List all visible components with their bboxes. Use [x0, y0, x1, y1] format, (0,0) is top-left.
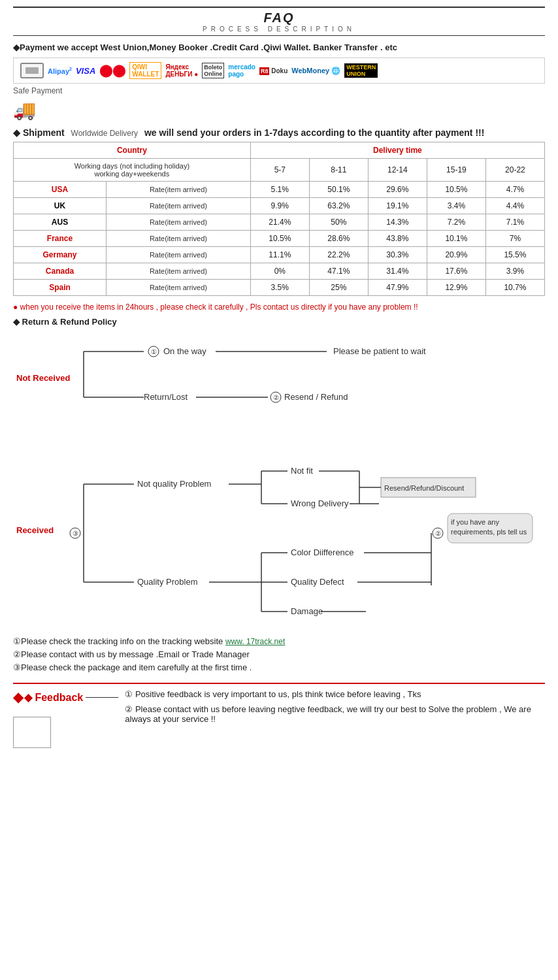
table-row: 7%	[485, 231, 544, 247]
not-received-svg: Not Received ① On the way Please be pati…	[13, 332, 545, 423]
table-row: 10.7%	[485, 280, 544, 296]
table-row: Spain	[14, 280, 107, 296]
feedback-box	[13, 717, 51, 748]
faq-subtitle: PROCESS DESCRIPTION	[13, 25, 545, 33]
svg-text:Not quality Problem: Not quality Problem	[137, 479, 211, 489]
feedback-label: ◆ ◆ Feedback	[13, 689, 118, 705]
safe-payment-label: Safe Payment	[13, 86, 545, 95]
refund-section: ◆ Return & Refund Policy Not Received ① …	[13, 317, 545, 630]
table-row: 9.9%	[250, 198, 309, 214]
not-received-diagram: Not Received ① On the way Please be pati…	[13, 332, 545, 425]
range-12-14: 12-14	[368, 159, 427, 182]
table-row: 63.2%	[309, 198, 368, 214]
payment-logos: Alipay2 VISA ⬤⬤ QIWIWALLET ЯндексДЕНЬГИ …	[13, 57, 545, 84]
table-row: 22.2%	[309, 247, 368, 263]
svg-text:On the way: On the way	[163, 346, 206, 356]
not-received-text: Not Received	[16, 373, 70, 383]
western-union-logo: WESTERNUNION	[344, 63, 378, 78]
svg-text:Quality Problem: Quality Problem	[137, 577, 197, 587]
table-row: 10.5%	[250, 231, 309, 247]
check-notice: ● when you receive the items in 24hours …	[13, 302, 545, 312]
table-row: 11.1%	[250, 247, 309, 263]
doku-logo: R8 Doku	[259, 67, 287, 74]
table-row: Rate(item arrived)	[107, 198, 251, 214]
table-row: 28.6%	[309, 231, 368, 247]
col-delivery: Delivery time	[250, 142, 544, 159]
received-text: Received	[16, 525, 54, 535]
shipment-desc: we will send your orders in 1-7days acco…	[144, 127, 484, 138]
table-row: USA	[14, 182, 107, 198]
svg-text:②: ②	[435, 530, 441, 537]
card-icon	[20, 63, 44, 78]
svg-text:Damage: Damage	[291, 606, 323, 616]
boleto-logo: BoletoOnline	[202, 63, 224, 78]
faq-title: FAQ	[13, 10, 545, 25]
alipay-logo: Alipay2	[48, 67, 72, 75]
table-row: Canada	[14, 263, 107, 280]
svg-text:Resend / Refund: Resend / Refund	[284, 392, 348, 402]
svg-text:Color Diifference: Color Diifference	[291, 547, 354, 557]
svg-text:Please be patient to wait: Please be patient to wait	[333, 346, 426, 356]
shipment-section: ◆ Shipment Worldwide Delivery we will se…	[13, 127, 545, 296]
table-row: 3.5%	[250, 280, 309, 296]
note-3: ③Please check the package and item caref…	[13, 662, 545, 672]
table-row: 29.6%	[368, 182, 427, 198]
worldwide-label: Worldwide Delivery	[71, 129, 138, 138]
svg-text:Not fit: Not fit	[291, 466, 313, 476]
webmoney-logo: WebMoney 🌐	[291, 67, 340, 75]
table-row: 47.9%	[368, 280, 427, 296]
svg-text:②: ②	[273, 394, 279, 401]
svg-text:if you have any: if you have any	[451, 518, 499, 526]
svg-text:Resend/Refund/Discount: Resend/Refund/Discount	[384, 484, 464, 492]
table-row: 17.6%	[427, 263, 485, 280]
feedback-line2: ② Please contact with us before leaving …	[125, 704, 545, 724]
table-row: AUS	[14, 214, 107, 231]
notes-section: ①Please check the tracking info on the t…	[13, 636, 545, 672]
yandex-logo: ЯндексДЕНЬГИ ●	[165, 63, 198, 78]
desc-header: Working days (not including holiday)work…	[14, 159, 251, 182]
tracking-link[interactable]: www. 17track.net	[225, 637, 285, 646]
table-row: UK	[14, 198, 107, 214]
delivery-table: Country Delivery time Working days (not …	[13, 142, 545, 296]
range-20-22: 20-22	[485, 159, 544, 182]
table-row: 14.3%	[368, 214, 427, 231]
mercado-logo: mercadopago	[228, 63, 255, 78]
note-1-text: ①Please check the tracking info on the t…	[13, 636, 225, 646]
table-row: Rate(item arrived)	[107, 231, 251, 247]
table-row: 3.4%	[427, 198, 485, 214]
range-8-11: 8-11	[309, 159, 368, 182]
table-row: 31.4%	[368, 263, 427, 280]
table-row: Rate(item arrived)	[107, 263, 251, 280]
table-row: 19.1%	[368, 198, 427, 214]
table-row: 20.9%	[427, 247, 485, 263]
svg-text:Return/Lost: Return/Lost	[144, 392, 188, 402]
table-row: Germany	[14, 247, 107, 263]
svg-text:③: ③	[73, 530, 78, 537]
feedback-inner: ◆ ◆ Feedback ① Positive feedback is very…	[13, 689, 545, 748]
table-row: 30.3%	[368, 247, 427, 263]
table-row: Rate(item arrived)	[107, 182, 251, 198]
table-row: 21.4%	[250, 214, 309, 231]
payment-section: ◆Payment we accept West Union,Money Book…	[13, 42, 545, 121]
table-row: 0%	[250, 263, 309, 280]
table-row: 7.2%	[427, 214, 485, 231]
truck-icon: 🚚	[13, 99, 36, 121]
table-row: 5.1%	[250, 182, 309, 198]
table-row: France	[14, 231, 107, 247]
table-row: 43.8%	[368, 231, 427, 247]
table-row: 3.9%	[485, 263, 544, 280]
table-row: 4.4%	[485, 198, 544, 214]
col-country: Country	[14, 142, 251, 159]
table-row: 10.1%	[427, 231, 485, 247]
received-diagram: Received ③ Not quality Problem Not fit W…	[13, 438, 545, 630]
table-row: 10.5%	[427, 182, 485, 198]
feedback-text-area: ① Positive feedback is very important to…	[125, 689, 545, 724]
svg-text:Wrong Delivery: Wrong Delivery	[291, 498, 349, 508]
svg-text:①: ①	[151, 348, 157, 355]
range-5-7: 5-7	[250, 159, 309, 182]
shipment-title: ◆ Shipment Worldwide Delivery we will se…	[13, 127, 545, 138]
visa-logo: VISA	[76, 66, 95, 76]
table-row: 4.7%	[485, 182, 544, 198]
note-2: ②Please contact with us by message .Emai…	[13, 649, 545, 659]
qiwi-logo: QIWIWALLET	[129, 62, 161, 79]
